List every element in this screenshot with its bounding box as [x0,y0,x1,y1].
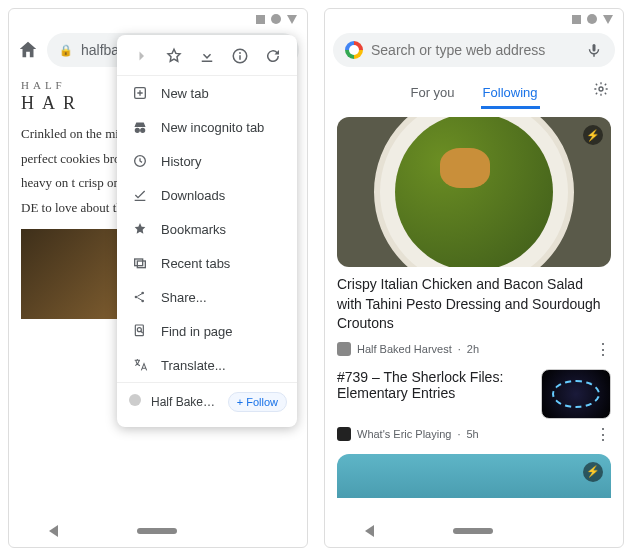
card-source: Half Baked Harvest [357,343,452,355]
card-more-icon[interactable]: ⋮ [595,425,611,444]
menu-recent-tabs[interactable]: Recent tabs [117,246,297,280]
card-source: What's Eric Playing [357,428,451,440]
svg-rect-5 [135,259,143,266]
status-icon [287,15,297,24]
system-nav [325,515,623,547]
follow-site-name: Half Baked Harvest [151,395,220,409]
card-age: 2h [467,343,479,355]
card-image: ⚡ [337,117,611,267]
nav-home-pill[interactable] [137,528,177,534]
url-text: halfba [81,42,119,58]
menu-incognito[interactable]: New incognito tab [117,110,297,144]
menu-label: Recent tabs [161,256,230,271]
menu-label: Share... [161,290,207,305]
info-icon[interactable] [231,47,249,65]
star-filled-icon [131,221,149,237]
tab-for-you[interactable]: For you [409,79,457,109]
source-favicon [337,342,351,356]
star-icon[interactable] [165,47,183,65]
history-icon [131,153,149,169]
card-title: #739 – The Sherlock Files: Elementary En… [337,369,531,401]
status-icon [256,15,265,24]
plus-box-icon [131,85,149,101]
status-icon [603,15,613,24]
phone-browser-menu: 🔒 halfba HALF HAR Crinkled on the middle… [8,8,308,548]
menu-label: Bookmarks [161,222,226,237]
menu-follow-site[interactable]: Half Baked Harvest + Follow [117,382,297,421]
nav-back-icon[interactable] [365,525,374,537]
status-bar [325,9,623,29]
status-icon [587,14,597,24]
menu-new-tab[interactable]: New tab [117,76,297,110]
svg-rect-13 [593,44,596,52]
nav-back-icon[interactable] [49,525,58,537]
menu-translate[interactable]: Translate... [117,348,297,382]
gear-icon[interactable] [593,81,609,97]
menu-label: Downloads [161,188,225,203]
status-icon [271,14,281,24]
status-bar [9,9,307,29]
svg-rect-6 [137,261,145,268]
menu-bookmarks[interactable]: Bookmarks [117,212,297,246]
download-icon[interactable] [198,47,216,65]
status-icon [572,15,581,24]
menu-label: Find in page [161,324,233,339]
overflow-menu: New tab New incognito tab History Downlo… [117,35,297,427]
menu-label: New tab [161,86,209,101]
incognito-icon [131,119,149,135]
menu-label: New incognito tab [161,120,264,135]
menu-downloads[interactable]: Downloads [117,178,297,212]
menu-label: Translate... [161,358,226,373]
source-favicon [337,427,351,441]
nav-home-pill[interactable] [453,528,493,534]
amp-badge-icon: ⚡ [583,462,603,482]
reload-icon[interactable] [264,47,282,65]
tab-following[interactable]: Following [481,79,540,109]
svg-point-1 [239,52,241,54]
menu-label: History [161,154,201,169]
feed-card[interactable]: ⚡ Crispy Italian Chicken and Bacon Salad… [337,117,611,359]
share-icon [131,289,149,305]
lock-icon: 🔒 [59,44,73,57]
mic-icon[interactable] [585,41,603,59]
card-image [541,369,611,419]
menu-top-row [117,41,297,76]
phone-following-feed: For you Following ⚡ Crispy Italian Chick… [324,8,624,548]
menu-share[interactable]: Share... [117,280,297,314]
system-nav [9,515,307,547]
menu-find[interactable]: Find in page [117,314,297,348]
card-more-icon[interactable]: ⋮ [595,340,611,359]
feed-tabs: For you Following [325,71,623,109]
svg-point-12 [129,394,141,406]
feed-card[interactable]: #739 – The Sherlock Files: Elementary En… [337,369,611,419]
feed: ⚡ Crispy Italian Chicken and Bacon Salad… [325,109,623,515]
search-input[interactable] [371,42,577,58]
amp-badge-icon: ⚡ [583,125,603,145]
toolbar [325,29,623,71]
card-age: 5h [466,428,478,440]
card-meta: What's Eric Playing · 5h ⋮ [337,425,611,444]
recent-tabs-icon [131,255,149,271]
find-in-page-icon [131,323,149,339]
svg-rect-10 [135,325,143,336]
card-meta: Half Baked Harvest · 2h ⋮ [337,340,611,359]
svg-rect-2 [239,55,241,60]
site-favicon [127,392,143,412]
svg-point-7 [135,296,138,299]
check-underline-icon [131,187,149,203]
card-title: Crispy Italian Chicken and Bacon Salad w… [337,275,611,334]
menu-history[interactable]: History [117,144,297,178]
translate-icon [131,357,149,373]
home-icon[interactable] [17,39,39,61]
follow-button[interactable]: + Follow [228,392,287,412]
card-image: ⚡ [337,454,611,498]
google-logo-icon [345,41,363,59]
forward-icon[interactable] [132,47,150,65]
svg-point-14 [599,87,603,91]
search-bar[interactable] [333,33,615,67]
